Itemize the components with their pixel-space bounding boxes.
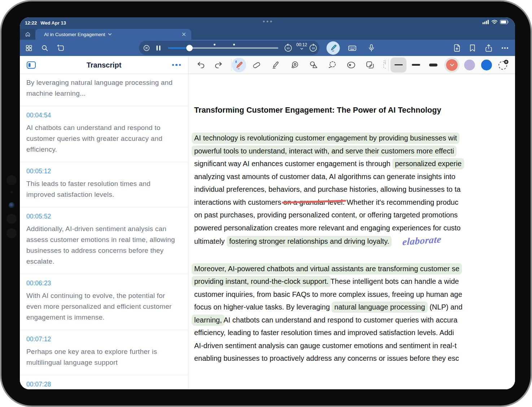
document-line: Moreover, AI-powered chatbots and virtua…: [194, 263, 515, 276]
stroke-medium-button[interactable]: [408, 57, 424, 73]
highlight-span: AI technology is revolutionizing custome…: [192, 133, 459, 144]
home-icon: [25, 31, 31, 38]
text-span: AI-driven sentiment analysis can gauge c…: [194, 342, 457, 350]
skip-back-10-button[interactable]: 10: [284, 43, 293, 52]
transcript-timestamp[interactable]: 00:04:54: [26, 112, 181, 119]
transcript-more-button[interactable]: [172, 64, 181, 66]
tab-close-icon[interactable]: [181, 31, 187, 38]
sticker-tool-button[interactable]: [346, 61, 356, 69]
audio-slider-progress: [168, 47, 188, 49]
sticky-note-tool-button[interactable]: [365, 60, 375, 70]
highlight-span: fostering stronger relationships and dri…: [227, 236, 392, 247]
transcript-timestamp[interactable]: 00:05:52: [26, 213, 181, 220]
transcript-entry[interactable]: 00:06:23With AI continuing to evolve, th…: [20, 274, 188, 330]
color-purple-swatch[interactable]: [464, 60, 475, 70]
transcript-text: By leveraging natural language processin…: [26, 77, 181, 99]
chevron-down-icon: [294, 48, 310, 50]
document-line: on past purchases, providing personalize…: [194, 209, 515, 222]
highlight-span: personalized experie: [392, 158, 464, 169]
text-span: analyzing vast amounts of customer data,…: [194, 173, 455, 181]
document-line: AI technology is revolutionizing custome…: [194, 132, 515, 145]
pause-button[interactable]: [156, 45, 161, 51]
microphone-button[interactable]: [367, 44, 375, 52]
svg-text:10: 10: [287, 47, 290, 50]
document-line: powered personalization creates more rel…: [194, 222, 515, 235]
transcript-timestamp[interactable]: 00:06:23: [26, 280, 181, 287]
tape-tool-button[interactable]: [290, 60, 300, 70]
document-page[interactable]: Transforming Customer Engagement: The Po…: [188, 74, 515, 389]
clipped-tool-icon[interactable]: [380, 59, 386, 71]
skip-forward-10-button[interactable]: 10: [309, 43, 318, 52]
transcript-list: By leveraging natural language processin…: [20, 74, 188, 389]
multitasking-dots-icon[interactable]: [263, 21, 272, 22]
document-line: focus on higher-value tasks. By leveragi…: [194, 301, 515, 314]
transcript-text: Perhaps one key area to explore further …: [26, 346, 181, 368]
keyboard-button[interactable]: [348, 43, 357, 52]
tab-document[interactable]: AI in Customer Engagement: [35, 29, 191, 40]
transcript-entry[interactable]: 00:04:54AI chatbots can understand and r…: [20, 106, 188, 162]
transcript-text: Additionally, AI-driven sentiment analys…: [26, 224, 181, 267]
audio-playback-time[interactable]: 00:12: [294, 42, 310, 50]
document-line: providing instant, round-the-clock suppo…: [194, 275, 515, 288]
highlight-span: Moreover, AI-powered chatbots and virtua…: [192, 263, 462, 274]
ai-lasso-button[interactable]: [57, 44, 65, 52]
audio-slider[interactable]: [168, 47, 278, 49]
bookmark-button[interactable]: [469, 44, 476, 52]
text-span: (NLP) and: [428, 303, 463, 311]
text-span: These intelligent bots can handle a wide: [328, 277, 459, 285]
transcript-timestamp[interactable]: 00:07:28: [26, 381, 181, 388]
text-span: powered personalization creates more rel…: [194, 224, 461, 232]
text-span: efficiency, leading to faster resolution…: [194, 329, 454, 337]
add-page-button[interactable]: [453, 44, 461, 52]
audio-slider-thumb[interactable]: [186, 45, 193, 51]
share-button[interactable]: [485, 44, 493, 52]
eraser-tool-button[interactable]: [252, 60, 261, 70]
main-toolbar: 10 00:12 10: [20, 40, 515, 56]
transcript-entry[interactable]: By leveraging natural language processin…: [20, 74, 188, 106]
transcript-entry[interactable]: 00:07:12Perhaps one key area to explore …: [20, 330, 188, 375]
shapes-tool-button[interactable]: [309, 60, 318, 70]
battery-icon: [500, 20, 509, 25]
home-button[interactable]: [20, 29, 35, 40]
transcript-timestamp[interactable]: 00:05:12: [26, 168, 181, 175]
pen-tool-button[interactable]: [232, 58, 246, 72]
tablet-screen: 12:22 Wed Apr 13: [20, 17, 515, 389]
document-line: interactions with customers on a granula…: [194, 196, 515, 209]
stroke-thick-button[interactable]: [425, 57, 441, 73]
camera-lens2-icon: [6, 214, 17, 224]
transcript-entry[interactable]: 00:05:12This leads to faster resolution …: [20, 162, 188, 207]
pen-mode-button[interactable]: [327, 41, 340, 55]
add-color-button[interactable]: [497, 59, 509, 71]
highlight-span: learning,: [192, 315, 224, 326]
svg-text:10: 10: [312, 47, 315, 50]
text-span: customer inquiries, from basic FAQs to m…: [194, 290, 462, 298]
text-span: Whether it's recommending produc: [345, 198, 458, 206]
color-coral-swatch[interactable]: [446, 59, 458, 71]
transcript-panel: By leveraging natural language processin…: [20, 74, 188, 389]
transcript-entry[interactable]: 00:07:28ensuring that AI-powered tools c…: [20, 375, 188, 389]
search-button[interactable]: [41, 44, 49, 52]
strikethrough-span: on a granular level.: [283, 198, 345, 206]
transcript-text: With AI continuing to evolve, the potent…: [26, 290, 181, 323]
sidebar-toggle-button[interactable]: [26, 61, 36, 69]
grid-view-button[interactable]: [25, 44, 33, 52]
audio-bookmark-dot[interactable]: [233, 44, 235, 46]
color-blue-swatch[interactable]: [481, 60, 492, 70]
highlight-span: natural language processing: [332, 302, 427, 313]
audio-close-icon[interactable]: [143, 44, 151, 52]
stroke-thin-button[interactable]: [391, 57, 406, 73]
text-span: AI chatbots can understand and respond t…: [222, 316, 458, 324]
audio-bookmark-dot[interactable]: [214, 44, 215, 46]
status-bar: 12:22 Wed Apr 13: [20, 17, 515, 29]
redo-button[interactable]: [214, 61, 223, 69]
transcript-title: Transcript: [87, 61, 122, 69]
lasso-tool-button[interactable]: [328, 60, 337, 70]
chevron-down-icon[interactable]: [108, 33, 112, 36]
undo-button[interactable]: [196, 61, 206, 69]
highlighter-tool-button[interactable]: [271, 60, 280, 70]
more-button[interactable]: [501, 47, 509, 49]
transcript-entry[interactable]: 00:05:52Additionally, AI-driven sentimen…: [20, 207, 188, 274]
document-line: analyzing vast amounts of customer data,…: [194, 170, 515, 183]
wifi-icon: [491, 20, 498, 25]
transcript-timestamp[interactable]: 00:07:12: [26, 335, 181, 343]
